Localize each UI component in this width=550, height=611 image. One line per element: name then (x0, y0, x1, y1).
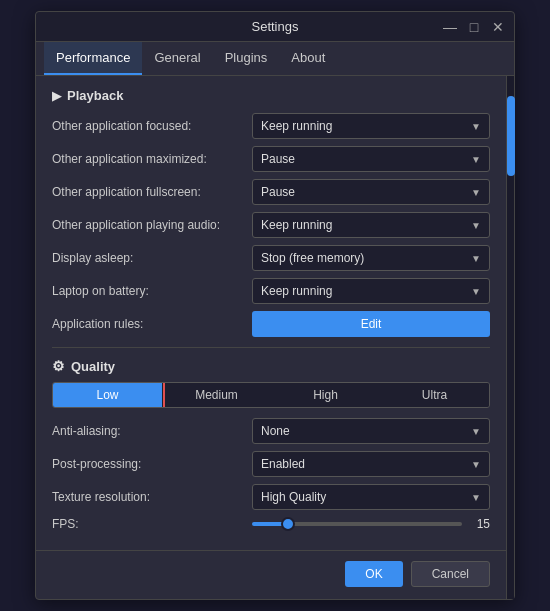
quality-title: Quality (71, 359, 115, 374)
label-app-rules: Application rules: (52, 317, 252, 331)
row-texture-resolution: Texture resolution: High Quality ▼ (52, 484, 490, 510)
dropdown-value-battery: Keep running (261, 284, 332, 298)
label-anti-aliasing: Anti-aliasing: (52, 424, 252, 438)
dropdown-value-app-audio: Keep running (261, 218, 332, 232)
label-post-processing: Post-processing: (52, 457, 252, 471)
quality-btn-ultra[interactable]: Ultra (380, 383, 489, 407)
dropdown-app-audio[interactable]: Keep running ▼ (252, 212, 490, 238)
window-content: ▶ Playback Other application focused: Ke… (36, 76, 506, 599)
fps-label: FPS: (52, 517, 252, 531)
quality-btn-low[interactable]: Low (53, 383, 162, 407)
performance-content: ▶ Playback Other application focused: Ke… (36, 76, 506, 550)
dropdown-value-post-processing: Enabled (261, 457, 305, 471)
row-app-fullscreen: Other application fullscreen: Pause ▼ (52, 179, 490, 205)
quality-buttons-group: Low Medium High Ultra (52, 382, 490, 408)
label-app-fullscreen: Other application fullscreen: (52, 185, 252, 199)
quality-section: ⚙ Quality Low Medium High Ultra Anti-ali… (52, 358, 490, 531)
row-app-rules: Application rules: Edit (52, 311, 490, 337)
edit-button[interactable]: Edit (252, 311, 490, 337)
row-app-playing-audio: Other application playing audio: Keep ru… (52, 212, 490, 238)
dropdown-arrow-2: ▼ (471, 154, 481, 165)
dropdown-value-anti-aliasing: None (261, 424, 290, 438)
row-laptop-battery: Laptop on battery: Keep running ▼ (52, 278, 490, 304)
dropdown-arrow-6: ▼ (471, 286, 481, 297)
window-body: ▶ Playback Other application focused: Ke… (36, 76, 514, 599)
tab-about[interactable]: About (279, 42, 337, 75)
row-anti-aliasing: Anti-aliasing: None ▼ (52, 418, 490, 444)
dropdown-laptop-battery[interactable]: Keep running ▼ (252, 278, 490, 304)
footer: OK Cancel (36, 550, 506, 599)
section-divider (52, 347, 490, 348)
row-app-maximized: Other application maximized: Pause ▼ (52, 146, 490, 172)
cancel-button[interactable]: Cancel (411, 561, 490, 587)
scrollbar-thumb[interactable] (507, 96, 515, 176)
dropdown-texture-resolution[interactable]: High Quality ▼ (252, 484, 490, 510)
dropdown-arrow-3: ▼ (471, 187, 481, 198)
quality-section-header: ⚙ Quality (52, 358, 490, 374)
dropdown-display-sleep[interactable]: Stop (free memory) ▼ (252, 245, 490, 271)
row-display-sleep: Display asleep: Stop (free memory) ▼ (52, 245, 490, 271)
window-controls: — □ ✕ (442, 19, 506, 35)
tab-plugins[interactable]: Plugins (213, 42, 280, 75)
dropdown-arrow: ▼ (471, 121, 481, 132)
label-app-maximized: Other application maximized: (52, 152, 252, 166)
fps-value: 15 (470, 517, 490, 531)
row-post-processing: Post-processing: Enabled ▼ (52, 451, 490, 477)
dropdown-arrow-7: ▼ (471, 426, 481, 437)
close-button[interactable]: ✕ (490, 19, 506, 35)
minimize-button[interactable]: — (442, 19, 458, 35)
play-icon: ▶ (52, 89, 61, 103)
label-app-focused: Other application focused: (52, 119, 252, 133)
row-fps: FPS: 15 (52, 517, 490, 531)
quality-btn-medium[interactable]: Medium (162, 383, 271, 407)
dropdown-arrow-8: ▼ (471, 459, 481, 470)
dropdown-app-focused[interactable]: Keep running ▼ (252, 113, 490, 139)
dropdown-app-fullscreen[interactable]: Pause ▼ (252, 179, 490, 205)
label-app-audio: Other application playing audio: (52, 218, 252, 232)
ok-button[interactable]: OK (345, 561, 402, 587)
tab-performance[interactable]: Performance (44, 42, 142, 75)
dropdown-app-maximized[interactable]: Pause ▼ (252, 146, 490, 172)
quality-btn-high[interactable]: High (271, 383, 380, 407)
dropdown-anti-aliasing[interactable]: None ▼ (252, 418, 490, 444)
fps-slider-wrap: 15 (252, 517, 490, 531)
dropdown-value-app-fullscreen: Pause (261, 185, 295, 199)
label-texture-resolution: Texture resolution: (52, 490, 252, 504)
dropdown-value-app-maximized: Pause (261, 152, 295, 166)
window-title: Settings (252, 19, 299, 34)
quality-icon: ⚙ (52, 358, 65, 374)
label-display-sleep: Display asleep: (52, 251, 252, 265)
row-app-focused: Other application focused: Keep running … (52, 113, 490, 139)
scrollbar[interactable] (506, 76, 514, 599)
playback-section-header: ▶ Playback (52, 88, 490, 103)
dropdown-arrow-9: ▼ (471, 492, 481, 503)
fps-slider[interactable] (252, 522, 462, 526)
dropdown-value-app-focused: Keep running (261, 119, 332, 133)
tab-general[interactable]: General (142, 42, 212, 75)
label-laptop-battery: Laptop on battery: (52, 284, 252, 298)
tabs-bar: Performance General Plugins About (36, 42, 514, 76)
dropdown-value-display-sleep: Stop (free memory) (261, 251, 364, 265)
maximize-button[interactable]: □ (466, 19, 482, 35)
playback-title: Playback (67, 88, 123, 103)
dropdown-arrow-4: ▼ (471, 220, 481, 231)
dropdown-post-processing[interactable]: Enabled ▼ (252, 451, 490, 477)
dropdown-value-texture: High Quality (261, 490, 326, 504)
dropdown-arrow-5: ▼ (471, 253, 481, 264)
titlebar: Settings — □ ✕ (36, 12, 514, 42)
settings-window: Settings — □ ✕ Performance General Plugi… (35, 11, 515, 600)
